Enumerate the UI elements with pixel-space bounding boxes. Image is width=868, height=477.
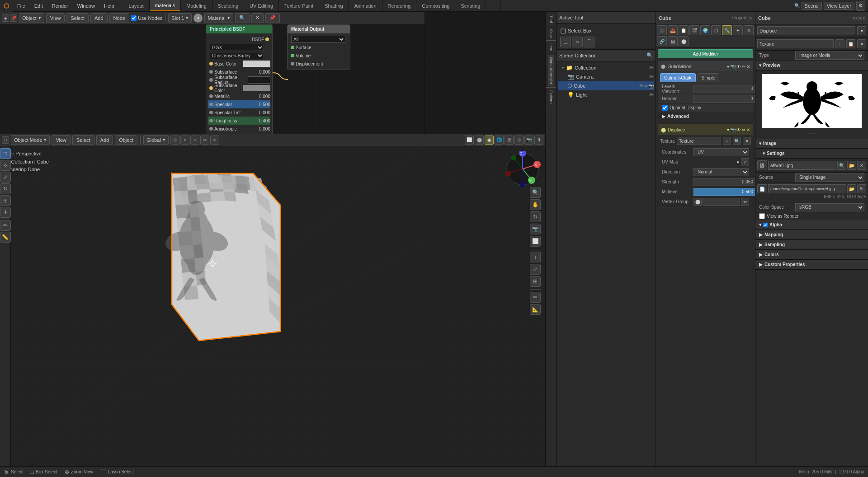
displace-expand-icon[interactable]: ▾: [727, 127, 729, 132]
levels-viewport-input[interactable]: [693, 85, 755, 93]
base-color-swatch[interactable]: [243, 61, 270, 67]
rotate-icon[interactable]: ↻: [530, 211, 541, 222]
measure-3d-icon[interactable]: 📏: [0, 232, 11, 243]
physics-prop-icon[interactable]: ⚛: [744, 25, 754, 35]
viewport-shading-material[interactable]: ◉: [485, 136, 494, 145]
optimal-display-checkbox[interactable]: [662, 105, 668, 111]
measure-icon[interactable]: 📐: [530, 304, 541, 315]
mapping-section[interactable]: ▶ Mapping: [755, 230, 868, 240]
node-canvas[interactable]: Principled BSDF BSDF GGX: [0, 24, 425, 134]
texture-new-icon[interactable]: +: [723, 137, 731, 145]
transform-3d-icon[interactable]: ✛: [0, 207, 11, 218]
subsurface-method-select[interactable]: Christensen-Burley: [210, 52, 264, 59]
annotation-icon[interactable]: ✏: [530, 292, 541, 303]
colors-section[interactable]: ▶ Colors: [755, 250, 868, 260]
render-settings-btn[interactable]: ⚙: [856, 1, 865, 11]
texture-dropdown-icon[interactable]: ▾: [857, 26, 866, 35]
move-3d-icon[interactable]: ⤢: [0, 172, 11, 182]
menu-render[interactable]: Render: [47, 0, 73, 11]
sampling-section[interactable]: ▶ Sampling: [755, 240, 868, 250]
surface-input-socket[interactable]: [291, 46, 294, 49]
filepath-field[interactable]: /home/cegaton/Desktop/ahwmH.jpg: [768, 184, 846, 193]
tab-animation[interactable]: Animation: [349, 0, 382, 11]
world-prop-icon[interactable]: 🌍: [700, 25, 710, 35]
filepath-folder-icon[interactable]: 📂: [847, 184, 856, 193]
object-mode-dropdown-3d[interactable]: Object Mode▾: [11, 135, 50, 145]
tab-options[interactable]: Options: [548, 89, 554, 106]
material-new-btn[interactable]: ✕: [251, 13, 264, 23]
pin-icon[interactable]: 📌: [10, 14, 17, 22]
move-icon[interactable]: ✋: [530, 199, 541, 210]
camera-icon[interactable]: 📷: [530, 224, 541, 234]
filepath-reload-icon[interactable]: ↻: [857, 184, 866, 193]
select-menu[interactable]: Select: [66, 13, 89, 23]
coordinates-select[interactable]: UV: [693, 148, 749, 156]
add-menu[interactable]: Add: [90, 13, 108, 23]
alpha-section[interactable]: ▾ Alpha: [755, 220, 868, 230]
cursor-icon[interactable]: ⊹: [0, 160, 11, 171]
subdivision-camera-icon[interactable]: 📷: [730, 64, 736, 69]
direction-select[interactable]: Normal: [693, 168, 749, 176]
add-btn-3d[interactable]: Add: [96, 135, 113, 145]
image-folder-icon[interactable]: 📂: [847, 161, 856, 170]
output-prop-icon[interactable]: 📤: [668, 25, 678, 35]
bsdf-output-socket[interactable]: [265, 37, 269, 41]
rotate-3d-icon[interactable]: ↻: [0, 183, 11, 194]
scale-tool-icon[interactable]: ⊞: [530, 276, 541, 287]
midlevel-input[interactable]: [693, 188, 755, 196]
texture-modifier-selector[interactable]: Displace: [757, 26, 855, 35]
viewport-shading-solid[interactable]: ⬤: [475, 136, 484, 145]
material-prop-icon[interactable]: ⬤: [679, 36, 689, 46]
proportional-icon[interactable]: ○: [190, 136, 199, 145]
viewport-pause-btn[interactable]: ⏸: [534, 136, 543, 145]
use-nodes-checkbox[interactable]: Use Nodes: [131, 15, 162, 21]
specular-socket[interactable]: [209, 103, 213, 106]
tab-uv-editing[interactable]: UV Editing: [244, 0, 279, 11]
tab-sculpting[interactable]: Sculpting: [212, 0, 244, 11]
light-eye[interactable]: 👁: [649, 92, 654, 98]
subsurface-radius-socket[interactable]: [209, 78, 213, 82]
object-prop-icon[interactable]: ⬡: [711, 25, 721, 35]
move-tool-icon[interactable]: ↕: [530, 252, 541, 262]
texture-delete-icon[interactable]: ✕: [743, 137, 751, 145]
select-btn-3d[interactable]: Select: [72, 135, 94, 145]
image-browse-icon[interactable]: 🔍: [837, 161, 846, 170]
scale-3d-icon[interactable]: ⊞: [0, 195, 11, 206]
scene-selector[interactable]: Scene: [802, 2, 822, 10]
tab-modeling[interactable]: Modeling: [181, 0, 212, 11]
transform-tool-icon[interactable]: ⤢: [530, 264, 541, 275]
viewport-overlay-btn[interactable]: ▤: [505, 136, 514, 145]
subdivision-delete-icon[interactable]: ✕: [746, 64, 750, 69]
texture-copy-btn[interactable]: 📋: [846, 39, 855, 48]
tab-item[interactable]: Item: [548, 42, 554, 53]
vertex-group-field[interactable]: [703, 198, 740, 206]
source-select[interactable]: Single Image: [795, 173, 864, 182]
tab-add[interactable]: +: [486, 0, 500, 11]
render-prop-icon[interactable]: 🎥: [657, 25, 667, 35]
tree-item-collection[interactable]: ▾ 📁 Collection 👁: [558, 63, 654, 72]
mirror-icon[interactable]: ⇔: [200, 136, 209, 145]
annotate-icon[interactable]: ✏: [0, 220, 11, 231]
modifier-prop-icon[interactable]: 🔧: [722, 25, 732, 35]
material-pin-btn[interactable]: 📌: [265, 13, 280, 23]
particles-prop-icon[interactable]: ✦: [733, 25, 743, 35]
simple-btn[interactable]: Simple: [698, 73, 720, 82]
tab-view[interactable]: View: [548, 27, 554, 39]
viewport-gizmo-btn[interactable]: ⊕: [514, 136, 524, 145]
view-as-render-checkbox[interactable]: [759, 213, 765, 219]
metallic-socket[interactable]: [209, 94, 213, 98]
custom-properties-section[interactable]: ▶ Custom Properties: [755, 260, 868, 270]
camera-eye[interactable]: 👁: [649, 74, 654, 80]
subdivision-edit-icon[interactable]: ✏: [742, 64, 745, 69]
strength-input[interactable]: [693, 178, 755, 186]
render-region-icon[interactable]: ⬜: [530, 236, 541, 247]
subsurface-radius-input[interactable]: [248, 76, 270, 84]
texture-new-btn[interactable]: +: [835, 39, 844, 48]
viewlayer-selector[interactable]: View Layer: [824, 2, 854, 10]
volume-input-socket[interactable]: [291, 54, 294, 57]
add-modifier-btn[interactable]: Add Modifier: [658, 49, 753, 58]
menu-help[interactable]: Help: [99, 0, 119, 11]
texture-delete-btn[interactable]: ✕: [857, 39, 866, 48]
preview-section-header[interactable]: ▾ Preview: [755, 61, 868, 70]
constraints-prop-icon[interactable]: 🔗: [657, 36, 667, 46]
